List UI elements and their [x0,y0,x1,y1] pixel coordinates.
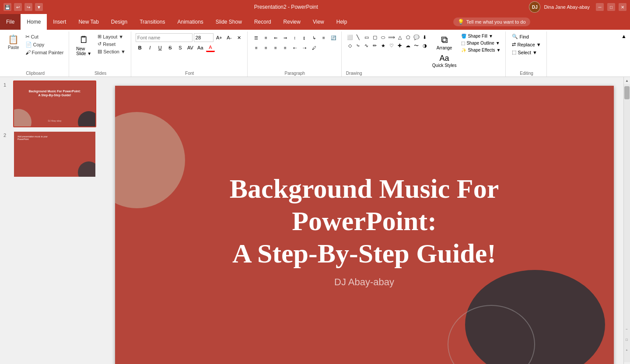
reset-button[interactable]: ↺ Reset [96,41,127,47]
shape-star[interactable]: ★ [379,42,387,49]
text-direction-button[interactable]: ↳ [310,33,318,42]
change-case-button[interactable]: Aa [196,43,205,52]
section-button[interactable]: ▤ Section ▼ [96,48,127,55]
shape-rect[interactable]: ▭ [363,33,371,41]
shape-wave[interactable]: 〜 [413,42,420,49]
customize-qat-button[interactable]: ▼ [35,3,43,11]
numbering-button[interactable]: ≡ [262,33,270,42]
tab-view[interactable]: View [307,14,330,30]
rtl-button[interactable]: ⇠ [290,43,299,52]
shape-connector[interactable]: ⤷ [354,42,362,49]
bold-button[interactable]: B [136,43,144,52]
increase-font-button[interactable]: A+ [215,33,224,42]
undo-button[interactable]: ↩ [14,3,22,11]
shadow-button[interactable]: S [176,43,185,52]
slide-thumb-2[interactable]: Add presentation music to yourPowerPoint [13,131,96,178]
strikethrough-button[interactable]: S [166,43,175,52]
scroll-extra-2[interactable]: □ [623,336,630,343]
tell-me-search[interactable]: 💡 Tell me what you want to do [453,18,530,26]
scroll-down-button[interactable]: ▼ [624,362,630,364]
minimize-button[interactable]: ─ [596,3,604,11]
clear-formatting-button[interactable]: ✕ [235,33,244,42]
align-left-button[interactable]: ≡ [252,43,261,52]
bullets-button[interactable]: ☰ [252,33,261,42]
tab-record[interactable]: Record [248,14,277,30]
align-center-button[interactable]: ≡ [262,43,270,52]
copy-button[interactable]: 📄 Copy [24,41,66,48]
italic-button[interactable]: I [146,43,154,52]
underline-button[interactable]: U [156,43,164,52]
shape-curve[interactable]: ∿ [363,42,371,49]
tab-newtab[interactable]: New Tab [72,14,105,30]
slide-canvas[interactable]: Background Music For PowerPoint: A Step-… [115,86,614,364]
tab-insert[interactable]: Insert [47,14,72,30]
justify-button[interactable]: ≡ [281,43,290,52]
align-text-button[interactable]: ≡ [319,33,328,42]
tab-design[interactable]: Design [105,14,133,30]
replace-button[interactable]: ⇄ Replace ▼ [510,41,542,48]
quick-styles-button[interactable]: Aa Quick Styles [430,53,458,69]
select-button[interactable]: ⬚ Select ▼ [510,49,542,56]
cut-button[interactable]: ✂ Cut [24,33,66,40]
shape-effects-button[interactable]: ✨ Shape Effects ▼ [460,47,502,53]
ltr-button[interactable]: ⇢ [300,43,309,52]
shape-cross[interactable]: ✚ [396,42,404,49]
shape-callout[interactable]: 💬 [413,33,420,41]
decrease-font-button[interactable]: A- [225,33,234,42]
collapse-ribbon-button[interactable]: ▲ [620,32,628,41]
tab-help[interactable]: Help [330,14,354,30]
user-avatar[interactable]: DJ [529,1,540,13]
increase-indent-button[interactable]: ⇒ [281,33,290,42]
shape-rounded-rect[interactable]: ▢ [371,33,379,41]
align-right-button[interactable]: ≡ [271,43,280,52]
scroll-thumb[interactable] [624,86,630,99]
font-name-input[interactable] [136,33,192,42]
tab-slideshow[interactable]: Slide Show [210,14,248,30]
slide-main-title[interactable]: Background Music For PowerPoint: A Step-… [152,172,576,270]
shape-pentagon[interactable]: ⬠ [404,33,412,41]
list-item[interactable]: 2 Add presentation music to yourPowerPoi… [4,131,102,178]
shape-line[interactable]: ╲ [354,33,362,41]
convert-smartart-button[interactable]: 🔄 [329,33,338,42]
restore-button[interactable]: □ [607,3,615,11]
char-spacing-button[interactable]: AV [186,43,195,52]
list-item[interactable]: 1 Background Music For PowerPoint:A Step… [4,80,102,127]
vertical-scrollbar[interactable]: ▲ ▼ − □ + [623,77,630,364]
find-button[interactable]: 🔍 Find [510,33,542,40]
shape-freeform[interactable]: ✏ [371,42,379,49]
font-color-button[interactable]: A [206,43,215,52]
tab-animations[interactable]: Animations [171,14,209,30]
scroll-extra-1[interactable]: − [623,326,630,332]
slide-author[interactable]: DJ Abay-abay [334,276,394,288]
shape-right-arrow[interactable]: ⟹ [388,33,396,41]
scroll-extra-3[interactable]: + [623,346,630,354]
paste-button[interactable]: 📋 Paste [5,33,22,51]
shape-block-arc[interactable]: ◑ [421,42,429,49]
shape-outline-button[interactable]: ⬚ Shape Outline ▼ [460,40,502,46]
new-slide-button[interactable]: 🗒 NewSlide ▼ [74,33,94,57]
shape-triangle[interactable]: △ [396,33,404,41]
shape-heart[interactable]: ♡ [388,42,396,49]
font-size-input[interactable]: 28 [194,33,214,42]
tab-transitions[interactable]: Transitions [133,14,171,30]
text-highlight-button[interactable]: 🖊 [310,43,318,52]
shape-select[interactable]: ⬜ [346,33,354,41]
layout-button[interactable]: ⊞ Layout ▼ [96,33,127,40]
tab-file[interactable]: File [0,14,21,30]
save-button[interactable]: 💾 [4,3,11,11]
arrange-button[interactable]: ⧉ Arrange [435,33,454,51]
tab-review[interactable]: Review [277,14,307,30]
slide-thumb-1[interactable]: Background Music For PowerPoint:A Step-B… [13,80,96,127]
close-button[interactable]: ✕ [619,3,626,11]
shape-fill-button[interactable]: 🪣 Shape Fill ▼ [460,33,502,39]
shape-oval[interactable]: ⬭ [379,33,387,41]
redo-button[interactable]: ↪ [24,3,32,11]
shape-cloud[interactable]: ☁ [404,42,412,49]
scroll-up-button[interactable]: ▲ [624,77,630,84]
tab-home[interactable]: Home [21,14,47,30]
shape-diamond[interactable]: ◇ [346,42,354,49]
shape-more[interactable]: ⬇ [421,33,429,41]
line-spacing-button[interactable]: ↕ [290,33,299,42]
decrease-indent-button[interactable]: ⇐ [271,33,280,42]
columns-button[interactable]: ⫿ [300,33,309,42]
